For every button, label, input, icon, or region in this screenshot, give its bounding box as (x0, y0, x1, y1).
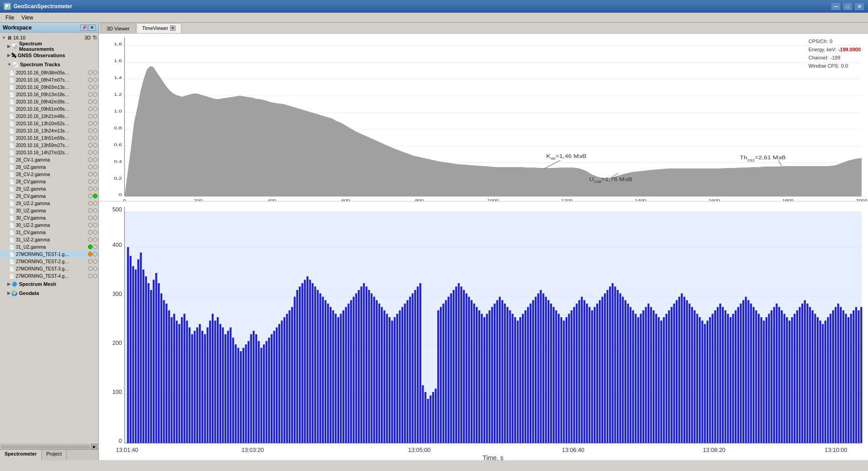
track-circle-1[interactable] (88, 266, 93, 271)
track-circle-1[interactable] (88, 157, 93, 162)
track-circle-2[interactable] (93, 114, 98, 118)
track-circle-2[interactable] (93, 128, 98, 133)
track-item[interactable]: 📄2020.10.16_09h13m18s.ga... (0, 91, 98, 98)
track-item[interactable]: 📄2020.10.16_09h42m39s.ga... (0, 98, 98, 105)
track-circle-1[interactable] (88, 179, 93, 184)
track-item[interactable]: 📄2020.10.16_09h03m13s.ga... (0, 83, 98, 91)
track-item[interactable]: 📄2020.10.16_13h51m59s.ga... (0, 134, 98, 142)
track-circle-1[interactable] (88, 237, 93, 242)
track-circle-1[interactable] (88, 274, 93, 278)
track-circle-1[interactable] (88, 172, 93, 177)
track-circle-2[interactable] (93, 99, 98, 104)
track-circle-2[interactable] (93, 78, 98, 82)
track-circle-2[interactable] (93, 179, 98, 184)
track-circle-2[interactable] (93, 245, 98, 249)
track-item[interactable]: 📄30_UZ-2.gamma (0, 221, 98, 229)
sidebar-tab-spectrometer[interactable]: Spectrometer (0, 450, 42, 460)
track-item[interactable]: 📄28_CV-1.gamma (0, 156, 98, 163)
track-circle-2[interactable] (93, 274, 98, 278)
track-item[interactable]: 📄27MORNING_TEST-4.gam... (0, 272, 98, 280)
track-circle-1[interactable] (88, 216, 93, 220)
track-circle-1[interactable] (88, 136, 93, 140)
track-circle-2[interactable] (93, 252, 98, 256)
minimize-button[interactable]: — (831, 2, 841, 10)
track-circle-2[interactable] (93, 85, 98, 89)
track-circle-2[interactable] (93, 121, 98, 126)
tab-close-btn[interactable]: ✕ (170, 25, 176, 31)
track-circle-2[interactable] (93, 216, 98, 220)
track-circle-1[interactable] (88, 150, 93, 155)
track-circle-2[interactable] (93, 266, 98, 271)
track-circle-2[interactable] (93, 194, 98, 198)
track-circle-1[interactable] (88, 92, 93, 97)
menu-view[interactable]: View (18, 14, 37, 22)
time-chart[interactable]: 0 100 200 300 400 500 (99, 201, 868, 460)
track-item[interactable]: 📄27MORNING_TEST-3.gam... (0, 265, 98, 272)
track-circle-1[interactable] (88, 128, 93, 133)
geodata-header[interactable]: ▶ 🌍 Geodata (0, 289, 98, 298)
track-item[interactable]: 📄2020.10.16_13h24m13s.ga... (0, 127, 98, 134)
track-circle-1[interactable] (88, 223, 93, 227)
menu-file[interactable]: File (2, 14, 18, 22)
track-circle-1[interactable] (88, 252, 93, 256)
track-item[interactable]: 📄28_CV-2.gamma (0, 171, 98, 178)
track-circle-2[interactable] (93, 157, 98, 162)
spectrum-tracks-header[interactable]: ▼ 📈 Spectrum Tracks (0, 60, 98, 69)
maximize-button[interactable]: □ (843, 2, 853, 10)
track-circle-2[interactable] (93, 70, 98, 75)
track-circle-1[interactable] (88, 99, 93, 104)
track-item[interactable]: 📄31_UZ-2.gamma (0, 236, 98, 243)
tab-time-viewer[interactable]: TimeViewer ✕ (137, 23, 181, 33)
track-item[interactable]: 📄2020.10.16_14h27m32s.ga... (0, 149, 98, 156)
spectrum-chart[interactable]: 0 0.2 0.4 0.6 0.8 1.0 1.2 1.4 1.6 1.8 (99, 34, 868, 201)
track-circle-2[interactable] (93, 107, 98, 111)
track-circle-1[interactable] (88, 245, 93, 249)
track-item[interactable]: 📄2020.10.16_10h21m48s.ga... (0, 113, 98, 120)
track-item[interactable]: 📄27MORNING_TEST-1.gam... (0, 250, 98, 258)
track-circle-1[interactable] (88, 85, 93, 89)
track-item[interactable]: 📄2020.10.16_13h10m52s.ga... (0, 120, 98, 127)
spectrum-measurements-header[interactable]: ▶ 📊 Spectrum Measurements (0, 42, 98, 51)
close-button[interactable]: ✕ (854, 2, 864, 10)
track-circle-2[interactable] (93, 172, 98, 177)
track-item[interactable]: 📄2020.10.16_08h47m07s.ga... (0, 76, 98, 83)
track-circle-2[interactable] (93, 201, 98, 206)
track-circle-1[interactable] (88, 230, 93, 235)
track-item[interactable]: 📄30_UZ.gamma (0, 207, 98, 214)
track-item[interactable]: 📄28_UZ.gamma (0, 163, 98, 171)
track-item[interactable]: 📄28_CV.gamma (0, 178, 98, 185)
track-circle-2[interactable] (93, 92, 98, 97)
track-item[interactable]: 📄31_CV.gamma (0, 229, 98, 236)
track-circle-1[interactable] (88, 107, 93, 111)
track-circle-2[interactable] (93, 186, 98, 191)
track-circle-1[interactable] (88, 194, 93, 198)
track-circle-1[interactable] (88, 143, 93, 147)
track-circle-1[interactable] (88, 208, 93, 213)
workspace-close-btn[interactable]: ✕ (88, 25, 96, 31)
track-item[interactable]: 📄2020.10.16_09h51m09s.ga... (0, 105, 98, 113)
track-circle-1[interactable] (88, 121, 93, 126)
track-item[interactable]: 📄29_UZ-2.gamma (0, 200, 98, 207)
track-circle-1[interactable] (88, 165, 93, 169)
track-circle-1[interactable] (88, 201, 93, 206)
sidebar-scrollbar[interactable]: ▶ (0, 444, 98, 449)
track-circle-2[interactable] (93, 223, 98, 227)
track-item[interactable]: 📄29_CV.gamma (0, 192, 98, 200)
sidebar-tab-project[interactable]: Project (42, 450, 67, 460)
track-circle-2[interactable] (93, 143, 98, 147)
track-item[interactable]: 📄2020.10.16_08h38m05s.ga... (0, 69, 98, 76)
track-circle-1[interactable] (88, 78, 93, 82)
track-circle-2[interactable] (93, 237, 98, 242)
track-circle-2[interactable] (93, 165, 98, 169)
workspace-pin-btn[interactable]: 📌 (80, 25, 88, 31)
track-circle-2[interactable] (93, 136, 98, 140)
spectrum-mesh-header[interactable]: ▶ 🔷 Spectrum Mesh (0, 280, 98, 289)
track-circle-2[interactable] (93, 208, 98, 213)
track-circle-1[interactable] (88, 70, 93, 75)
track-circle-1[interactable] (88, 259, 93, 264)
track-item[interactable]: 📄29_UZ.gamma (0, 185, 98, 192)
track-circle-2[interactable] (93, 230, 98, 235)
gnss-observations-header[interactable]: ▶ 🛰 GNSS Observations (0, 51, 98, 60)
tab-3d-viewer[interactable]: 3D Viewer (101, 23, 136, 33)
track-item[interactable]: 📄31_UZ.gamma (0, 243, 98, 250)
